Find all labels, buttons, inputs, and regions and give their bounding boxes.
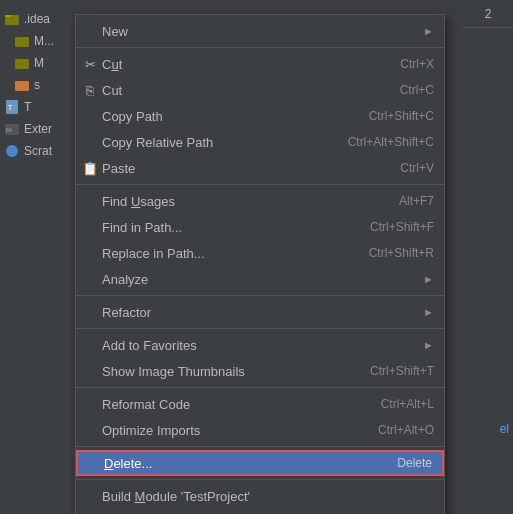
scratch-icon xyxy=(4,143,20,159)
menu-item-replace-in-path[interactable]: Replace in Path... Ctrl+Shift+R xyxy=(76,240,444,266)
menu-item-new-arrow: ► xyxy=(423,25,434,37)
tree-item-scratch: Scrat xyxy=(0,140,75,162)
svg-text:T: T xyxy=(8,104,13,111)
menu-item-refactor-arrow: ► xyxy=(423,306,434,318)
menu-item-paste[interactable]: 📋 Paste Ctrl+V xyxy=(76,155,444,181)
menu-item-refactor-label: Refactor xyxy=(102,305,418,320)
menu-item-copy-relative-path-label: Copy Relative Path xyxy=(102,135,328,150)
copy-icon: ⎘ xyxy=(82,83,98,98)
menu-item-add-to-favorites[interactable]: Add to Favorites ► xyxy=(76,332,444,358)
svg-rect-1 xyxy=(5,15,11,17)
tree-item-idea: .idea xyxy=(0,8,75,30)
extern-icon: lib xyxy=(4,121,20,137)
menu-item-copy-relative-path[interactable]: Copy Relative Path Ctrl+Alt+Shift+C xyxy=(76,129,444,155)
menu-item-show-in-explorer[interactable]: Show in Explorer xyxy=(76,509,444,514)
menu-item-build-module-label: Build Module 'TestProject' xyxy=(102,489,434,504)
separator-6 xyxy=(76,446,444,447)
menu-item-new-label: New xyxy=(102,24,418,39)
menu-item-cut[interactable]: ✂ Cut Ctrl+X xyxy=(76,51,444,77)
folder-icon xyxy=(14,33,30,49)
menu-item-find-usages[interactable]: Find Usages Alt+F7 xyxy=(76,188,444,214)
folder-icon xyxy=(14,55,30,71)
menu-item-delete[interactable]: Delete... Delete xyxy=(76,450,444,476)
context-menu: New ► ✂ Cut Ctrl+X ⎘ Cut Ctrl+C Copy Pat… xyxy=(75,14,445,514)
separator-2 xyxy=(76,184,444,185)
menu-item-new[interactable]: New ► xyxy=(76,18,444,44)
menu-item-refactor[interactable]: Refactor ► xyxy=(76,299,444,325)
tree-label: s xyxy=(34,78,40,92)
separator-4 xyxy=(76,328,444,329)
menu-item-copy[interactable]: ⎘ Cut Ctrl+C xyxy=(76,77,444,103)
menu-item-find-in-path-shortcut: Ctrl+Shift+F xyxy=(370,220,434,234)
menu-item-analyze-label: Analyze xyxy=(102,272,418,287)
tree-label: M... xyxy=(34,34,54,48)
sidebar: .idea M... M s T T lib Exter xyxy=(0,0,75,514)
menu-item-delete-label: Delete... xyxy=(104,456,377,471)
menu-item-show-image-thumbnails[interactable]: Show Image Thumbnails Ctrl+Shift+T xyxy=(76,358,444,384)
menu-item-add-to-favorites-label: Add to Favorites xyxy=(102,338,418,353)
svg-rect-2 xyxy=(15,37,29,47)
separator-5 xyxy=(76,387,444,388)
tree-item-m2: M xyxy=(0,52,75,74)
folder-icon xyxy=(4,11,20,27)
menu-item-analyze-arrow: ► xyxy=(423,273,434,285)
menu-item-copy-label: Cut xyxy=(102,83,380,98)
menu-item-show-image-thumbnails-shortcut: Ctrl+Shift+T xyxy=(370,364,434,378)
menu-item-show-image-thumbnails-label: Show Image Thumbnails xyxy=(102,364,350,379)
svg-rect-4 xyxy=(15,81,29,91)
menu-item-find-in-path-label: Find in Path... xyxy=(102,220,350,235)
menu-item-copy-path-label: Copy Path xyxy=(102,109,349,124)
cut-icon: ✂ xyxy=(82,57,98,72)
separator-3 xyxy=(76,295,444,296)
tree-label: Exter xyxy=(24,122,52,136)
menu-item-delete-shortcut: Delete xyxy=(397,456,432,470)
menu-item-optimize-imports[interactable]: Optimize Imports Ctrl+Alt+O xyxy=(76,417,444,443)
build-link: el xyxy=(500,422,513,436)
menu-item-replace-in-path-shortcut: Ctrl+Shift+R xyxy=(369,246,434,260)
menu-item-optimize-imports-shortcut: Ctrl+Alt+O xyxy=(378,423,434,437)
build-link-text: el xyxy=(500,422,509,436)
tree-label: M xyxy=(34,56,44,70)
menu-item-analyze[interactable]: Analyze ► xyxy=(76,266,444,292)
tree-item-s: s xyxy=(0,74,75,96)
menu-item-paste-shortcut: Ctrl+V xyxy=(400,161,434,175)
menu-item-build-module[interactable]: Build Module 'TestProject' xyxy=(76,483,444,509)
tree-label: T xyxy=(24,100,31,114)
tab-bar: 2 xyxy=(463,0,513,28)
tree-label: .idea xyxy=(24,12,50,26)
menu-item-cut-label: Cut xyxy=(102,57,380,72)
svg-rect-3 xyxy=(15,59,29,69)
menu-item-copy-path[interactable]: Copy Path Ctrl+Shift+C xyxy=(76,103,444,129)
menu-item-find-usages-shortcut: Alt+F7 xyxy=(399,194,434,208)
menu-item-copy-path-shortcut: Ctrl+Shift+C xyxy=(369,109,434,123)
menu-item-reformat-code-shortcut: Ctrl+Alt+L xyxy=(381,397,434,411)
menu-item-find-usages-label: Find Usages xyxy=(102,194,379,209)
tree-item-m1: M... xyxy=(0,30,75,52)
menu-item-reformat-code[interactable]: Reformat Code Ctrl+Alt+L xyxy=(76,391,444,417)
separator-1 xyxy=(76,47,444,48)
menu-item-reformat-code-label: Reformat Code xyxy=(102,397,361,412)
tree-item-t: T T xyxy=(0,96,75,118)
menu-item-find-in-path[interactable]: Find in Path... Ctrl+Shift+F xyxy=(76,214,444,240)
separator-7 xyxy=(76,479,444,480)
menu-item-copy-shortcut: Ctrl+C xyxy=(400,83,434,97)
menu-item-cut-shortcut: Ctrl+X xyxy=(400,57,434,71)
folder-icon-orange xyxy=(14,77,30,93)
tab-number: 2 xyxy=(485,7,492,21)
tree-label: Scrat xyxy=(24,144,52,158)
menu-item-copy-relative-path-shortcut: Ctrl+Alt+Shift+C xyxy=(348,135,434,149)
tree-item-extern: lib Exter xyxy=(0,118,75,140)
menu-item-paste-label: Paste xyxy=(102,161,380,176)
menu-item-optimize-imports-label: Optimize Imports xyxy=(102,423,358,438)
paste-icon: 📋 xyxy=(82,161,98,176)
svg-text:lib: lib xyxy=(6,127,13,133)
menu-item-replace-in-path-label: Replace in Path... xyxy=(102,246,349,261)
file-icon: T xyxy=(4,99,20,115)
svg-point-9 xyxy=(6,145,18,157)
menu-item-add-to-favorites-arrow: ► xyxy=(423,339,434,351)
